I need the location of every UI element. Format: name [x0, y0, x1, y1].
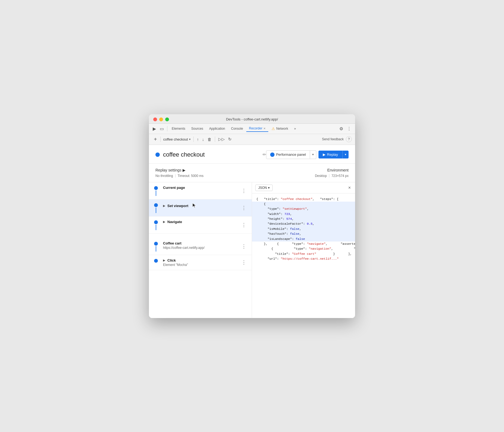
expand-icon-5[interactable]: ▶: [163, 259, 165, 262]
env-size-label: 723×574 px: [331, 174, 349, 178]
step-subtitle-5: Element "Mocha": [163, 263, 240, 267]
edit-recording-icon[interactable]: ✏: [263, 152, 266, 157]
environment-title: Environment: [315, 168, 349, 172]
json-line: "type": "navigation",: [275, 247, 333, 250]
step-title-5: Click: [167, 258, 176, 262]
recording-title: coffee checkout: [163, 151, 260, 158]
upload-button[interactable]: ↑: [195, 136, 201, 142]
devtools-window: DevTools - coffee-cart.netlify.app/ ▶ ▭ …: [149, 114, 355, 318]
devtools-nav: ▶ ▭ Elements Sources Application Console…: [149, 124, 355, 134]
step-navigate[interactable]: ▶ Navigate ⋮: [149, 217, 252, 234]
split-panel: Current page ⋮ ▶ Set viewport: [149, 182, 355, 318]
step-line-3: [156, 225, 156, 230]
step-more-button-5[interactable]: ⋮: [240, 260, 247, 265]
perf-panel-chevron[interactable]: ▾: [310, 150, 316, 159]
delete-button[interactable]: 🗑: [206, 136, 213, 142]
replay-settings-header[interactable]: Replay settings ▶: [155, 168, 203, 172]
perf-panel-wrapper: Performance panel ▾: [266, 150, 316, 159]
settings-left: Replay settings ▶ No throttling Timeout:…: [155, 168, 203, 178]
settings-info: No throttling Timeout: 5000 ms: [155, 174, 203, 178]
steps-panel: Current page ⋮ ▶ Set viewport: [149, 182, 252, 318]
step-more-button-4[interactable]: ⋮: [240, 244, 247, 249]
step-subtitle-4: https://coffee-cart.netlify.app/: [163, 246, 240, 250]
step-set-viewport[interactable]: ▶ Set viewport ⋮: [149, 199, 252, 217]
step-more-button-3[interactable]: ⋮: [240, 223, 247, 227]
recording-selector-name: coffee checkout: [163, 137, 188, 141]
json-highlighted-line: "deviceScaleFactor": 0.5,: [252, 221, 355, 226]
send-feedback-link[interactable]: Send feedback: [322, 137, 344, 141]
tab-elements[interactable]: Elements: [169, 126, 188, 132]
step-more-button-2[interactable]: ⋮: [240, 205, 247, 210]
json-line: "title": "Coffee cart": [256, 252, 316, 256]
tab-application[interactable]: Application: [206, 126, 228, 132]
step-dot-5: [154, 259, 158, 263]
add-recording-button[interactable]: +: [152, 136, 159, 143]
step-more-button[interactable]: ⋮: [240, 188, 247, 193]
json-format-select[interactable]: JSON ▾: [255, 185, 273, 191]
window-title: DevTools - coffee-cart.netlify.app/: [226, 117, 278, 121]
json-toolbar: JSON ▾ ×: [252, 182, 355, 193]
cursor-tool-button[interactable]: ▶: [151, 125, 158, 132]
step-dot-2: [154, 203, 158, 207]
step-content-3: ▶ Navigate: [163, 220, 240, 224]
step-connector-3: [149, 220, 163, 230]
step-dot-3: [154, 220, 158, 224]
recording-header: coffee checkout ✏ Performance panel ▾ ▶ …: [149, 145, 355, 164]
cursor-arrow-icon: [192, 203, 197, 209]
step-connector-4: [149, 241, 163, 252]
expand-icon[interactable]: ▶: [163, 204, 165, 208]
step-spacer: [149, 234, 252, 238]
more-options-button[interactable]: ⋮: [345, 125, 353, 132]
step-connector-5: [149, 258, 163, 263]
env-info-sep: [329, 174, 329, 177]
help-button[interactable]: ?: [346, 136, 352, 142]
json-highlighted-line: "type": "setViewport",: [252, 207, 355, 211]
tab-console[interactable]: Console: [228, 126, 246, 132]
device-toggle-button[interactable]: ▭: [158, 125, 165, 132]
tab-sources[interactable]: Sources: [189, 126, 206, 132]
performance-panel-button[interactable]: Performance panel: [266, 150, 310, 159]
minimize-button[interactable]: [159, 117, 163, 121]
toolbar-separator-3: [215, 136, 215, 142]
tab-recorder[interactable]: Recorder ✕: [246, 125, 268, 132]
json-highlighted-line: "width": 723,: [252, 212, 355, 217]
throttling-label: No throttling: [155, 174, 173, 178]
settings-expand-icon: ▶: [183, 168, 186, 172]
step-line-4: [156, 246, 156, 252]
settings-area: Replay settings ▶ No throttling Timeout:…: [149, 164, 355, 182]
json-highlighted-line: {: [252, 202, 355, 207]
json-panel: JSON ▾ × { "title": "coffee checkout", "…: [252, 182, 355, 318]
json-line: "type": "navigate",: [281, 242, 328, 246]
step-replay-button[interactable]: ▷▷: [217, 136, 227, 142]
settings-button[interactable]: ⚙: [338, 125, 345, 132]
step-coffee-cart[interactable]: Coffee cart https://coffee-cart.netlify.…: [149, 238, 252, 255]
loop-button[interactable]: ↻: [227, 136, 233, 142]
settings-info-sep: [175, 174, 176, 177]
replay-chevron[interactable]: ▾: [342, 151, 349, 158]
step-click[interactable]: ▶ Click Element "Mocha" ⋮: [149, 255, 252, 270]
recording-selector[interactable]: coffee checkout ▾: [162, 137, 192, 142]
step-content: Current page: [163, 186, 240, 190]
step-title-4: Coffee cart: [163, 241, 181, 245]
json-line: {: [256, 247, 273, 250]
recording-selector-chevron: ▾: [189, 138, 191, 141]
tab-network[interactable]: ⚠ Network: [269, 125, 291, 132]
environment-info: Desktop 723×574 px: [315, 174, 349, 178]
json-line: "title": "coffee checkout",: [260, 197, 314, 201]
json-close-button[interactable]: ×: [347, 185, 352, 191]
replay-wrapper: ▶ Replay ▾: [318, 151, 349, 158]
settings-right: Environment Desktop 723×574 px: [315, 168, 349, 178]
replay-button[interactable]: ▶ Replay: [318, 151, 342, 158]
maximize-button[interactable]: [165, 117, 169, 121]
expand-icon-3[interactable]: ▶: [163, 220, 165, 224]
close-button[interactable]: [153, 117, 157, 121]
replay-play-icon: ▶: [323, 153, 326, 157]
svg-marker-0: [193, 203, 196, 208]
json-line: "url": "https://coffee-cart.netlif...": [256, 257, 339, 261]
recorder-tab-close[interactable]: ✕: [263, 127, 266, 130]
env-type-label: Desktop: [315, 174, 327, 178]
step-line: [156, 190, 156, 196]
download-button[interactable]: ↓: [200, 136, 206, 142]
step-current-page[interactable]: Current page ⋮: [149, 182, 252, 199]
more-tabs-button[interactable]: »: [291, 126, 299, 132]
